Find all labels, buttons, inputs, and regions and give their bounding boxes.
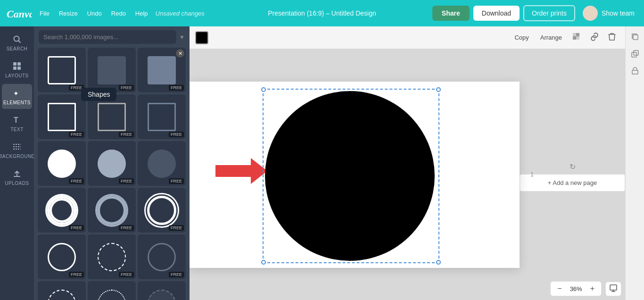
file-menu[interactable]: File bbox=[36, 7, 53, 20]
sidebar-item-text[interactable]: T TEXT bbox=[2, 111, 32, 136]
free-badge: FREE bbox=[119, 132, 134, 137]
left-sidebar: SEARCH LAYOUTS ✦ ELEMENTS bbox=[0, 26, 34, 300]
right-sidebar bbox=[625, 26, 644, 300]
shape-item-circle-white[interactable]: FREE bbox=[38, 141, 86, 186]
shape-item-circle-dots1[interactable]: FREE bbox=[38, 281, 86, 300]
shape-item-circle-dark2[interactable]: FREE bbox=[138, 281, 186, 300]
slide-arrow bbox=[215, 157, 267, 185]
layouts-icon bbox=[12, 61, 22, 71]
shape-circle-ring2-visual bbox=[97, 196, 126, 225]
shape-item-circle-dashed[interactable]: FREE bbox=[88, 234, 136, 279]
shape-circle-dark-visual bbox=[148, 150, 176, 178]
shape-circle-dashed-visual bbox=[98, 243, 126, 271]
canva-logo[interactable]: Canva bbox=[6, 5, 32, 22]
free-badge: FREE bbox=[119, 178, 134, 184]
shape-item-circle-dark[interactable]: FREE bbox=[138, 141, 186, 186]
search-icon bbox=[12, 34, 22, 44]
shape-item-circle-ring2[interactable]: FREE bbox=[88, 188, 136, 233]
sidebar-item-layouts[interactable]: LAYOUTS bbox=[2, 57, 32, 82]
shape-rect-outline2-visual bbox=[48, 103, 76, 131]
shape-item-circle-outline-dark[interactable]: FREE bbox=[138, 234, 186, 279]
present-button[interactable] bbox=[605, 282, 621, 296]
add-page-button[interactable]: + Add a new page bbox=[520, 174, 625, 192]
slide[interactable] bbox=[190, 82, 520, 268]
black-circle[interactable] bbox=[265, 91, 435, 261]
free-badge: FREE bbox=[69, 178, 84, 184]
free-badge: FREE bbox=[69, 132, 84, 137]
arrange-button[interactable]: Arrange bbox=[536, 32, 567, 43]
free-badge: FREE bbox=[69, 85, 84, 91]
shape-item-circle-ring1[interactable]: FREE bbox=[38, 188, 86, 233]
sidebar-item-uploads[interactable]: UPLOADS bbox=[2, 165, 32, 190]
right-tool-duplicate[interactable] bbox=[628, 47, 642, 60]
uploads-icon bbox=[12, 168, 22, 179]
color-swatch[interactable] bbox=[195, 31, 208, 44]
shape-circle-outline1-visual bbox=[48, 243, 76, 271]
shape-item-rect-outline2[interactable]: FREE bbox=[38, 94, 86, 139]
free-badge: FREE bbox=[119, 225, 134, 231]
svg-rect-13 bbox=[573, 33, 576, 36]
sidebar-background-label: BACKGROUND bbox=[0, 154, 35, 159]
link-icon[interactable] bbox=[586, 30, 603, 45]
shape-item-circle-dots2[interactable]: FREE bbox=[88, 281, 136, 300]
sidebar-item-elements[interactable]: ✦ ELEMENTS bbox=[2, 84, 32, 109]
svg-rect-14 bbox=[576, 33, 579, 36]
free-badge: FREE bbox=[69, 225, 84, 231]
svg-marker-17 bbox=[215, 158, 267, 184]
free-badge: FREE bbox=[169, 85, 184, 91]
download-button[interactable]: Download bbox=[473, 6, 520, 21]
svg-text:✦: ✦ bbox=[13, 90, 19, 97]
share-button[interactable]: Share bbox=[432, 6, 470, 21]
copy-button[interactable]: Copy bbox=[510, 32, 533, 43]
shape-rect-dark-visual bbox=[98, 56, 126, 84]
shape-circle-outline-dark-visual bbox=[148, 243, 176, 271]
zoom-in-button[interactable]: + bbox=[588, 283, 596, 294]
right-tool-lock[interactable] bbox=[628, 64, 642, 77]
transparency-icon[interactable] bbox=[569, 30, 585, 45]
shape-rect-gray-visual bbox=[148, 56, 176, 84]
trash-icon[interactable] bbox=[604, 30, 619, 45]
svg-rect-18 bbox=[610, 285, 617, 290]
help-menu[interactable]: Help bbox=[132, 7, 152, 20]
search-input[interactable] bbox=[39, 30, 176, 44]
sidebar-item-search[interactable]: SEARCH bbox=[2, 30, 32, 55]
free-badge: FREE bbox=[169, 225, 184, 231]
shape-item-rect-outline3[interactable]: FREE bbox=[88, 94, 136, 139]
shape-item-rect-gray[interactable]: ✕ FREE bbox=[138, 48, 186, 92]
canvas-slides-area[interactable]: 1 ↻ + Add a new page − 36% + bbox=[190, 49, 625, 300]
handle-bottom-left[interactable] bbox=[261, 260, 266, 265]
order-prints-button[interactable]: Order prints bbox=[523, 5, 575, 21]
background-icon bbox=[12, 142, 22, 152]
shape-circle-dark2-visual bbox=[148, 290, 176, 300]
sidebar-item-background[interactable]: BACKGROUND bbox=[2, 138, 32, 163]
redo-menu[interactable]: Redo bbox=[107, 7, 130, 20]
shape-item-circle-gray[interactable]: FREE bbox=[88, 141, 136, 186]
avatar bbox=[583, 6, 598, 21]
shape-rect-outline-visual bbox=[48, 56, 76, 84]
svg-rect-6 bbox=[17, 67, 21, 70]
right-tool-copy[interactable] bbox=[628, 30, 642, 43]
close-button[interactable]: ✕ bbox=[176, 49, 184, 58]
svg-rect-15 bbox=[573, 36, 576, 40]
resize-menu[interactable]: Resize bbox=[55, 7, 82, 20]
undo-menu[interactable]: Undo bbox=[83, 7, 106, 20]
canvas-toolbar: Copy Arrange bbox=[190, 26, 625, 49]
shape-rect-outline3-visual bbox=[98, 103, 126, 131]
shape-circle-gray-visual bbox=[98, 150, 126, 178]
handle-top-left[interactable] bbox=[261, 87, 266, 92]
shape-item-rect-outline4[interactable]: FREE bbox=[138, 94, 186, 139]
handle-top-right[interactable] bbox=[436, 87, 441, 92]
show-team-button[interactable]: Show team bbox=[579, 4, 638, 23]
sidebar-text-label: TEXT bbox=[10, 127, 24, 132]
shape-item-rect-dark[interactable]: FREE bbox=[88, 48, 136, 92]
shape-item-circle-outline1[interactable]: FREE bbox=[38, 234, 86, 279]
handle-bottom-right[interactable] bbox=[436, 260, 441, 265]
zoom-out-button[interactable]: − bbox=[555, 283, 563, 294]
shape-circle-dots2-visual bbox=[98, 290, 126, 300]
shape-rect-outline4-visual bbox=[148, 103, 176, 131]
elements-panel: ▼ Shapes FREE FREE ✕ FREE FREE bbox=[34, 26, 190, 300]
unsaved-changes-label: Unsaved changes bbox=[156, 10, 205, 17]
shape-item-rect-outline[interactable]: FREE bbox=[38, 48, 86, 92]
shape-item-circle-ring3[interactable]: FREE bbox=[138, 188, 186, 233]
svg-text:T: T bbox=[14, 116, 18, 124]
